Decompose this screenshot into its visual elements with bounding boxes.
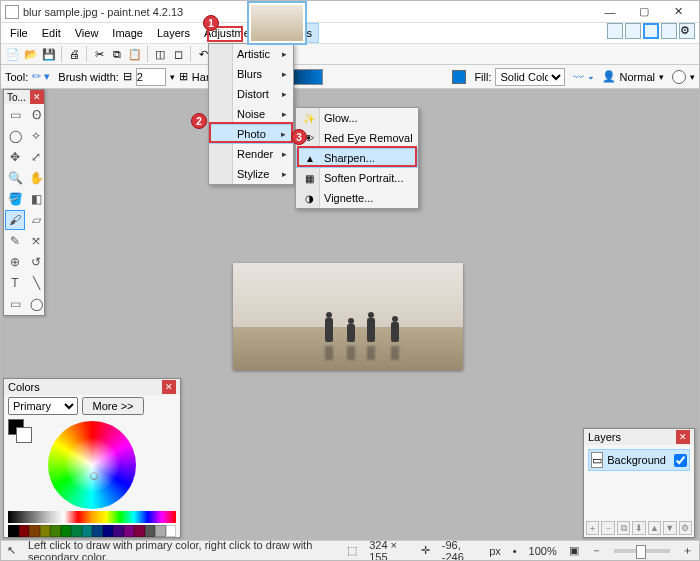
status-pos: -96, -246 bbox=[442, 539, 477, 562]
antialias-icon[interactable]: 〰 ▾ bbox=[573, 71, 593, 83]
layer-visible-checkbox[interactable] bbox=[674, 454, 687, 467]
zoom-out-icon[interactable]: － bbox=[591, 543, 602, 558]
layer-add[interactable]: ＋ bbox=[586, 521, 599, 535]
tool-wand[interactable]: ✧ bbox=[26, 126, 46, 146]
maximize-button[interactable]: ▢ bbox=[627, 2, 661, 22]
fill-select[interactable]: Solid Color bbox=[495, 68, 565, 86]
color-wheel[interactable] bbox=[48, 421, 136, 509]
layer-name: Background bbox=[607, 454, 666, 466]
menu-layers[interactable]: Layers bbox=[150, 23, 197, 43]
crop-icon[interactable]: ◫ bbox=[152, 46, 168, 62]
status-dims: 324 × 155 bbox=[369, 539, 409, 562]
print-icon[interactable]: 🖨 bbox=[66, 46, 82, 62]
tool-fill[interactable]: 🪣 bbox=[5, 189, 25, 209]
settings-button[interactable]: ⚙ bbox=[679, 23, 695, 39]
blend-icon[interactable]: 👤 bbox=[602, 70, 616, 83]
zoom-slider[interactable] bbox=[614, 549, 670, 553]
photo-redeye[interactable]: 👁Red Eye Removal bbox=[296, 128, 418, 148]
colors-primary-select[interactable]: Primary bbox=[8, 397, 78, 415]
menu-edit[interactable]: Edit bbox=[35, 23, 68, 43]
effects-photo[interactable]: Photo▸ bbox=[209, 124, 293, 144]
window-title: blur sample.jpg - paint.net 4.2.13 bbox=[23, 6, 593, 18]
tool-paintbrush[interactable]: 🖌 bbox=[5, 210, 25, 230]
menu-view[interactable]: View bbox=[68, 23, 106, 43]
layer-down[interactable]: ▼ bbox=[663, 521, 676, 535]
menu-file[interactable]: File bbox=[3, 23, 35, 43]
tool-recolor[interactable]: ↺ bbox=[26, 252, 46, 272]
effects-render[interactable]: Render▸ bbox=[209, 144, 293, 164]
tool-shapes[interactable]: ◯ bbox=[26, 294, 46, 314]
tool-rect[interactable]: ▭ bbox=[5, 294, 25, 314]
tool-eraser[interactable]: ▱ bbox=[26, 210, 46, 230]
tool-lasso[interactable]: ʘ bbox=[26, 105, 46, 125]
brush-width-input[interactable] bbox=[136, 68, 166, 86]
layer-row-background[interactable]: ▭ Background bbox=[588, 449, 690, 471]
tools-window-close[interactable]: ✕ bbox=[30, 90, 44, 104]
effects-artistic[interactable]: Artistic▸ bbox=[209, 44, 293, 64]
colors-window: Colors✕ Primary More >> bbox=[3, 378, 181, 538]
effects-blurs[interactable]: Blurs▸ bbox=[209, 64, 293, 84]
toggle-colors-window[interactable] bbox=[661, 23, 677, 39]
open-icon[interactable]: 📂 bbox=[23, 46, 39, 62]
sharpen-icon: ▲ bbox=[303, 151, 317, 165]
layer-delete[interactable]: － bbox=[601, 521, 614, 535]
toggle-layers-window[interactable] bbox=[643, 23, 659, 39]
document-thumbnail[interactable] bbox=[247, 1, 307, 45]
layers-close[interactable]: ✕ bbox=[676, 430, 690, 444]
app-icon bbox=[5, 5, 19, 19]
effects-distort[interactable]: Distort▸ bbox=[209, 84, 293, 104]
zoom-fit-icon[interactable]: ▣ bbox=[569, 544, 579, 557]
zoom-in-icon[interactable]: ＋ bbox=[682, 543, 693, 558]
tool-zoom[interactable]: 🔍 bbox=[5, 168, 25, 188]
photo-glow[interactable]: ✨Glow... bbox=[296, 108, 418, 128]
photo-soften[interactable]: ▦Soften Portrait... bbox=[296, 168, 418, 188]
brush-dec-icon[interactable]: ⊟ bbox=[123, 70, 132, 83]
effects-stylize[interactable]: Stylize▸ bbox=[209, 164, 293, 184]
tool-gradient[interactable]: ◧ bbox=[26, 189, 46, 209]
copy-icon[interactable]: ⧉ bbox=[109, 46, 125, 62]
layer-thumbnail: ▭ bbox=[591, 452, 603, 468]
cut-icon[interactable]: ✂ bbox=[91, 46, 107, 62]
tool-rect-select[interactable]: ▭ bbox=[5, 105, 25, 125]
tool-picker-icon[interactable]: ✏ ▾ bbox=[32, 70, 50, 83]
tool-move-sel[interactable]: ⤢ bbox=[26, 147, 46, 167]
tool-move[interactable]: ✥ bbox=[5, 147, 25, 167]
status-unit[interactable]: px bbox=[489, 545, 501, 557]
tool-ellipse-select[interactable]: ◯ bbox=[5, 126, 25, 146]
save-icon[interactable]: 💾 bbox=[41, 46, 57, 62]
brush-inc-icon[interactable]: ⊞ bbox=[179, 70, 188, 83]
toggle-history-window[interactable] bbox=[625, 23, 641, 39]
menu-image[interactable]: Image bbox=[105, 23, 150, 43]
layer-dup[interactable]: ⧉ bbox=[617, 521, 630, 535]
colors-more-button[interactable]: More >> bbox=[82, 397, 144, 415]
color-swatches[interactable] bbox=[8, 419, 32, 443]
tool-pencil[interactable]: ✎ bbox=[5, 231, 25, 251]
cursor-icon: ↖ bbox=[7, 544, 16, 557]
layer-up[interactable]: ▲ bbox=[648, 521, 661, 535]
new-icon[interactable]: 📄 bbox=[5, 46, 21, 62]
hue-strip[interactable] bbox=[8, 511, 176, 523]
layers-window: Layers✕ ▭ Background ＋ － ⧉ ⬇ ▲ ▼ ⚙ bbox=[583, 428, 695, 538]
canvas-image[interactable] bbox=[233, 263, 463, 370]
tool-pan[interactable]: ✋ bbox=[26, 168, 46, 188]
toggle-tools-window[interactable] bbox=[607, 23, 623, 39]
photo-vignette[interactable]: ◑Vignette... bbox=[296, 188, 418, 208]
minimize-button[interactable]: — bbox=[593, 2, 627, 22]
tool-text[interactable]: T bbox=[5, 273, 25, 293]
color-palette[interactable] bbox=[8, 525, 176, 537]
photo-sharpen[interactable]: ▲Sharpen... bbox=[296, 148, 418, 168]
color-swatch[interactable] bbox=[452, 70, 466, 84]
layer-props[interactable]: ⚙ bbox=[679, 521, 692, 535]
tool-colorpicker[interactable]: ⤧ bbox=[26, 231, 46, 251]
paste-icon[interactable]: 📋 bbox=[127, 46, 143, 62]
blend-mode[interactable]: Normal bbox=[620, 71, 655, 83]
secondary-swatch[interactable] bbox=[672, 70, 686, 84]
tool-clone[interactable]: ⊕ bbox=[5, 252, 25, 272]
effects-noise[interactable]: Noise▸ bbox=[209, 104, 293, 124]
tool-line[interactable]: ╲ bbox=[26, 273, 46, 293]
layer-merge[interactable]: ⬇ bbox=[632, 521, 645, 535]
close-button[interactable]: ✕ bbox=[661, 2, 695, 22]
deselect-icon[interactable]: ◻ bbox=[170, 46, 186, 62]
status-zoom: 100% bbox=[529, 545, 557, 557]
colors-close[interactable]: ✕ bbox=[162, 380, 176, 394]
